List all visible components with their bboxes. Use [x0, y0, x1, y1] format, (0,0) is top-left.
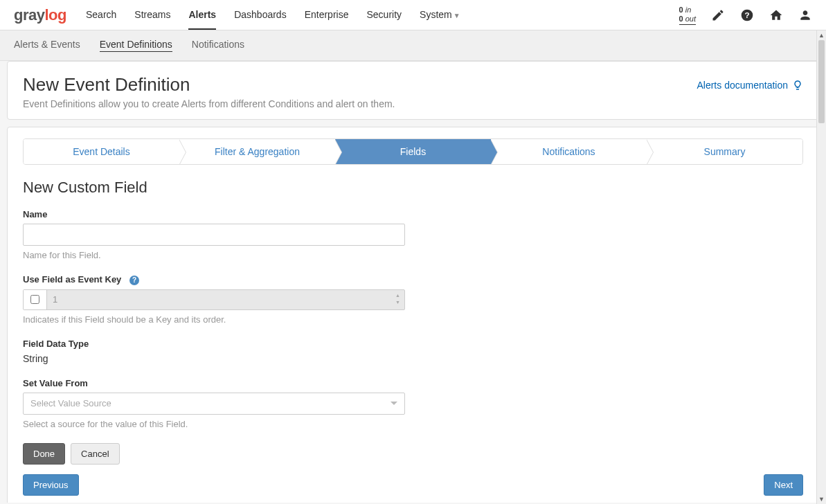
eventkey-desc: Indicates if this Field should be a Key … [23, 314, 405, 325]
next-button[interactable]: Next [764, 474, 803, 496]
step-summary[interactable]: Summary [647, 139, 802, 164]
logo[interactable]: graylog [14, 6, 66, 24]
wizard-steps: Event Details Filter & Aggregation Field… [23, 138, 803, 165]
step-filter-aggregation[interactable]: Filter & Aggregation [179, 139, 335, 164]
step-fields[interactable]: Fields [335, 139, 491, 164]
subtab-event-definitions[interactable]: Event Definitions [100, 39, 172, 52]
nav-alerts[interactable]: Alerts [188, 1, 216, 30]
valuefrom-label: Set Value From [23, 378, 405, 388]
docs-link[interactable]: Alerts documentation [697, 80, 803, 91]
nav-streams[interactable]: Streams [134, 1, 170, 30]
scrollbar[interactable]: ▲ ▼ [816, 30, 826, 503]
done-button[interactable]: Done [23, 443, 65, 465]
nav-security[interactable]: Security [366, 1, 402, 30]
throughput-stats[interactable]: 0 in 0 out [679, 6, 696, 25]
valuefrom-select[interactable]: Select Value Source [23, 393, 405, 415]
datatype-value: String [23, 353, 405, 364]
page-title: New Event Definition [23, 74, 190, 96]
eventkey-row: 1 ▲▼ [23, 289, 405, 310]
wizard-nav-buttons: Previous Next [23, 474, 803, 496]
step-notifications[interactable]: Notifications [491, 139, 647, 164]
datatype-label: Field Data Type [23, 339, 405, 349]
user-icon[interactable] [798, 8, 812, 22]
subtab-alerts-events[interactable]: Alerts & Events [14, 39, 80, 52]
scratchpad-icon[interactable] [711, 8, 725, 22]
cancel-button[interactable]: Cancel [71, 443, 119, 465]
scroll-up-icon[interactable]: ▲ [817, 30, 826, 40]
svg-text:?: ? [744, 10, 749, 19]
spinner-arrows-icon[interactable]: ▲▼ [395, 292, 400, 306]
lightbulb-icon [792, 80, 803, 91]
name-desc: Name for this Field. [23, 250, 405, 260]
page-description: Event Definitions allow you to create Al… [23, 98, 803, 109]
subtab-notifications[interactable]: Notifications [192, 39, 244, 52]
datatype-group: Field Data Type String [23, 339, 405, 364]
previous-button[interactable]: Previous [23, 474, 79, 496]
nav-enterprise[interactable]: Enterprise [305, 1, 349, 30]
eventkey-order-input[interactable]: 1 ▲▼ [47, 290, 404, 309]
eventkey-help-icon[interactable]: ? [129, 276, 139, 285]
name-label: Name [23, 209, 405, 219]
page-wrapper: New Event Definition Alerts documentatio… [0, 61, 826, 503]
nav-dashboards[interactable]: Dashboards [234, 1, 287, 30]
topbar-right: 0 in 0 out ? [679, 6, 812, 25]
wizard-card: Event Details Filter & Aggregation Field… [7, 127, 819, 503]
eventkey-checkbox-wrap [24, 290, 47, 309]
page-header-card: New Event Definition Alerts documentatio… [7, 61, 819, 120]
nav-system[interactable]: System▼ [420, 1, 460, 30]
eventkey-checkbox[interactable] [30, 295, 39, 304]
nav-search[interactable]: Search [86, 1, 116, 30]
form-title: New Custom Field [23, 179, 803, 197]
scroll-down-icon[interactable]: ▼ [817, 494, 826, 503]
valuefrom-group: Set Value From Select Value Source Selec… [23, 378, 405, 429]
chevron-down-icon [390, 402, 397, 405]
home-icon[interactable] [769, 8, 783, 22]
name-input[interactable] [23, 224, 405, 246]
top-navbar: graylog Search Streams Alerts Dashboards… [0, 0, 826, 30]
main-nav: Search Streams Alerts Dashboards Enterpr… [86, 1, 679, 30]
eventkey-label: Use Field as Event Key ? [23, 274, 405, 285]
name-group: Name Name for this Field. [23, 209, 405, 260]
valuefrom-desc: Select a source for the value of this Fi… [23, 419, 405, 429]
alerts-subnav: Alerts & Events Event Definitions Notifi… [0, 30, 826, 61]
help-icon[interactable]: ? [740, 8, 754, 22]
eventkey-group: Use Field as Event Key ? 1 ▲▼ Indicates … [23, 274, 405, 325]
step-event-details[interactable]: Event Details [24, 139, 179, 164]
form-buttons: Done Cancel [23, 443, 803, 465]
scroll-thumb[interactable] [818, 40, 825, 123]
